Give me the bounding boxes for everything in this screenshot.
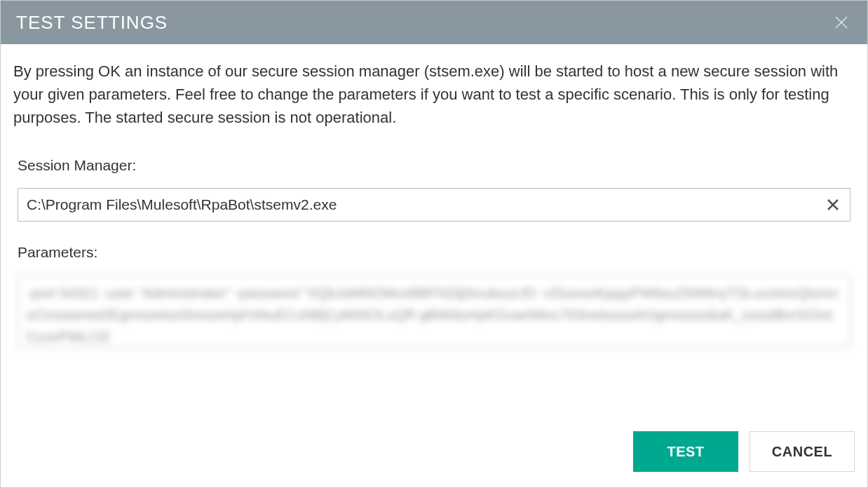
parameters-input[interactable]: -port 54321 -user "Administrator" -passw…: [18, 275, 850, 348]
description-text: By pressing OK an instance of our secure…: [13, 60, 855, 129]
button-row: TEST CANCEL: [1, 431, 867, 487]
clear-icon: [826, 198, 840, 212]
dialog-title: TEST SETTINGS: [16, 12, 168, 34]
session-manager-label: Session Manager:: [18, 157, 850, 174]
clear-session-manager-button[interactable]: [824, 196, 842, 214]
dialog-content: By pressing OK an instance of our secure…: [1, 44, 867, 431]
parameters-group: Parameters: -port 54321 -user "Administr…: [13, 244, 855, 348]
close-icon: [834, 15, 849, 30]
cancel-button[interactable]: CANCEL: [750, 431, 855, 472]
parameters-label: Parameters:: [18, 244, 850, 261]
close-button[interactable]: [831, 12, 852, 33]
session-manager-group: Session Manager:: [13, 157, 855, 222]
session-manager-input[interactable]: [18, 188, 850, 222]
titlebar: TEST SETTINGS: [1, 1, 867, 44]
test-button[interactable]: TEST: [633, 431, 738, 472]
test-settings-dialog: TEST SETTINGS By pressing OK an instance…: [0, 0, 868, 488]
session-manager-input-wrapper: [18, 188, 850, 222]
